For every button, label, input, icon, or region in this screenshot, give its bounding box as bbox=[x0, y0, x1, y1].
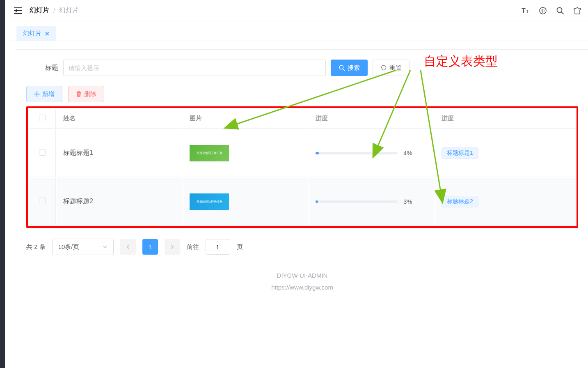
prev-page-button[interactable] bbox=[120, 239, 136, 255]
svg-line-11 bbox=[343, 69, 344, 70]
goto-suffix: 页 bbox=[237, 243, 243, 251]
card: 自定义表类型 标题 搜索 重置 bbox=[16, 49, 588, 261]
action-row: 新增 删除 bbox=[26, 86, 578, 102]
cell-name: 标题标题1 bbox=[57, 149, 182, 157]
font-size-icon[interactable]: TT bbox=[522, 7, 530, 14]
search-button[interactable]: 搜索 bbox=[331, 60, 368, 76]
menu-toggle-icon[interactable] bbox=[14, 7, 22, 14]
svg-text:中: 中 bbox=[541, 9, 545, 13]
header-actions: TT 中 bbox=[522, 7, 581, 15]
breadcrumb-separator: / bbox=[53, 7, 55, 14]
column-header-image: 图片 bbox=[183, 115, 308, 122]
footer-link[interactable]: https://www.diygw.com bbox=[16, 282, 588, 294]
table-row: 标题标题2 专业的移动解决方案 3% 标题标题2 bbox=[29, 178, 576, 225]
goto-label: 前往 bbox=[187, 243, 199, 251]
goto-page-input[interactable] bbox=[206, 239, 230, 255]
close-icon[interactable]: ✕ bbox=[45, 30, 50, 37]
tabs-row: 幻灯片 ✕ bbox=[0, 21, 588, 41]
column-header-tag: 进度 bbox=[435, 115, 576, 122]
progress-text: 4% bbox=[403, 150, 412, 156]
content: 自定义表类型 标题 搜索 重置 bbox=[0, 41, 588, 293]
search-input[interactable] bbox=[63, 60, 326, 76]
svg-text:T: T bbox=[522, 7, 526, 14]
reset-button[interactable]: 重置 bbox=[373, 60, 410, 76]
row-checkbox[interactable] bbox=[39, 149, 46, 156]
search-button-label: 搜索 bbox=[348, 64, 360, 72]
footer: DIYGW-UI-ADMIN https://www.diygw.com bbox=[16, 270, 588, 293]
cell-thumbnail[interactable]: 专业的移动解决方案 bbox=[190, 193, 229, 210]
footer-title: DIYGW-UI-ADMIN bbox=[16, 270, 588, 282]
delete-button[interactable]: 删除 bbox=[68, 86, 104, 102]
data-table: 姓名 图片 进度 进度 标题标题1 可视化协同开发工具 4% bbox=[28, 108, 577, 226]
search-icon[interactable] bbox=[556, 7, 564, 15]
breadcrumb-item-1[interactable]: 幻灯片 bbox=[30, 6, 49, 15]
column-header-name: 姓名 bbox=[57, 115, 182, 122]
table-annotation-box: 姓名 图片 进度 进度 标题标题1 可视化协同开发工具 4% bbox=[26, 106, 578, 228]
progress-bar bbox=[316, 152, 398, 154]
tab-label: 幻灯片 bbox=[23, 30, 41, 37]
reset-button-label: 重置 bbox=[389, 64, 402, 72]
search-label: 标题 bbox=[45, 64, 58, 72]
cell-name: 标题标题2 bbox=[57, 197, 182, 206]
add-button-label: 新增 bbox=[42, 90, 55, 98]
annotation-label: 自定义表类型 bbox=[424, 53, 498, 70]
select-all-checkbox[interactable] bbox=[39, 115, 46, 121]
progress-text: 3% bbox=[403, 198, 412, 205]
pagination: 共 2 条 10条/页 1 前往 页 bbox=[26, 239, 578, 255]
page-number-current[interactable]: 1 bbox=[142, 239, 158, 255]
tab-slides[interactable]: 幻灯片 ✕ bbox=[16, 26, 56, 41]
breadcrumb-item-2: 幻灯片 bbox=[59, 6, 79, 15]
delete-button-label: 删除 bbox=[84, 90, 96, 98]
next-page-button[interactable] bbox=[165, 239, 180, 255]
progress-bar bbox=[316, 200, 398, 203]
cell-progress: 4% bbox=[316, 150, 427, 156]
page-size-select[interactable]: 10条/页 bbox=[52, 239, 114, 255]
cell-tag[interactable]: 标题标题2 bbox=[442, 196, 478, 207]
chevron-down-icon bbox=[103, 244, 108, 249]
cell-tag[interactable]: 标题标题1 bbox=[442, 147, 478, 159]
language-icon[interactable]: 中 bbox=[539, 7, 547, 15]
theme-icon[interactable] bbox=[573, 7, 581, 15]
svg-line-5 bbox=[561, 12, 563, 14]
pagination-total: 共 2 条 bbox=[26, 243, 46, 251]
cell-progress: 3% bbox=[316, 198, 427, 205]
column-header-progress: 进度 bbox=[309, 115, 434, 122]
svg-text:T: T bbox=[526, 9, 529, 14]
page-size-label: 10条/页 bbox=[58, 243, 79, 251]
add-button[interactable]: 新增 bbox=[26, 86, 62, 102]
cell-thumbnail[interactable]: 可视化协同开发工具 bbox=[190, 145, 229, 161]
row-checkbox[interactable] bbox=[39, 198, 46, 204]
breadcrumb: 幻灯片 / 幻灯片 bbox=[30, 6, 79, 15]
table-row: 标题标题1 可视化协同开发工具 4% 标题标题1 bbox=[29, 129, 576, 177]
header: 幻灯片 / 幻灯片 TT 中 bbox=[0, 0, 588, 21]
